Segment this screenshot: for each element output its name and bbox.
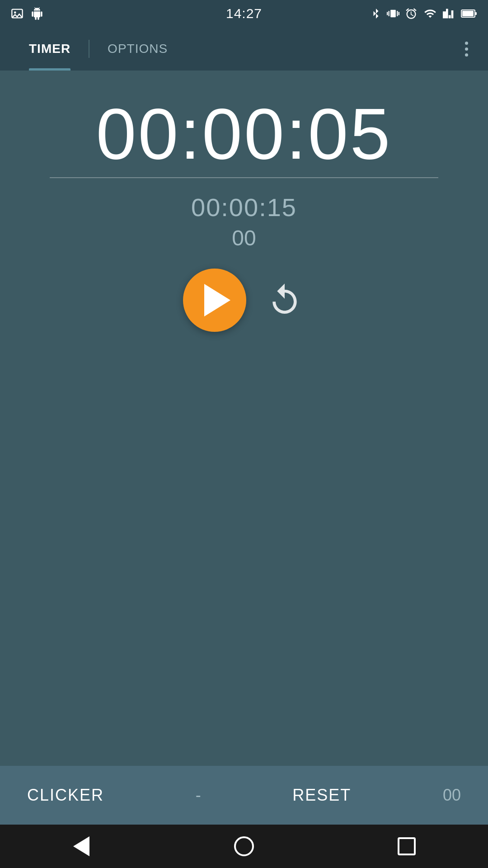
replay-icon: [267, 282, 303, 318]
play-icon: [204, 284, 230, 316]
signal-icon: [443, 7, 455, 20]
more-dot-1: [465, 42, 468, 45]
bottom-reset-button[interactable]: RESET: [292, 786, 351, 805]
tab-bar: TIMER OPTIONS: [0, 27, 488, 71]
bluetooth-icon: [371, 7, 381, 20]
wifi-icon: [423, 7, 437, 20]
back-nav-button[interactable]: [63, 828, 99, 864]
recents-nav-button[interactable]: [389, 828, 425, 864]
status-bar-left-icons: [11, 7, 43, 20]
android-icon: [31, 7, 43, 20]
tab-timer[interactable]: TIMER: [14, 27, 85, 71]
timer-subsecond-display: 00: [232, 226, 256, 250]
tab-timer-label: TIMER: [29, 42, 70, 56]
tab-divider: [89, 40, 89, 58]
status-bar-time: 14:27: [226, 6, 262, 21]
recents-square-icon: [398, 837, 416, 855]
back-arrow-icon: [73, 836, 89, 856]
home-nav-button[interactable]: [226, 828, 262, 864]
bottom-bar: CLICKER - RESET 00: [0, 766, 488, 825]
bottom-dash: -: [196, 786, 201, 805]
timer-secondary-display: 00:00:15: [191, 193, 297, 222]
status-bar: 14:27: [0, 0, 488, 27]
bottom-count: 00: [443, 786, 461, 805]
more-dot-3: [465, 53, 468, 57]
clicker-button[interactable]: CLICKER: [27, 786, 104, 805]
timer-controls: [183, 269, 305, 332]
svg-point-1: [14, 11, 16, 14]
tab-options[interactable]: OPTIONS: [93, 27, 182, 71]
main-content: 00:00:05 00:00:15 00: [0, 71, 488, 766]
svg-rect-4: [475, 12, 477, 15]
timer-main-display: 00:00:05: [50, 98, 438, 178]
more-menu-button[interactable]: [460, 36, 474, 62]
battery-icon: [461, 8, 477, 19]
image-icon: [11, 7, 23, 20]
svg-rect-3: [462, 11, 474, 16]
more-dot-2: [465, 47, 468, 51]
alarm-icon: [405, 7, 418, 20]
vibrate-icon: [387, 7, 399, 20]
nav-bar: [0, 825, 488, 868]
tab-options-label: OPTIONS: [108, 42, 168, 56]
tab-active-indicator: [29, 68, 70, 71]
replay-button[interactable]: [264, 280, 305, 321]
play-button[interactable]: [183, 269, 246, 332]
home-circle-icon: [234, 836, 254, 856]
status-bar-right-icons: [371, 7, 477, 20]
